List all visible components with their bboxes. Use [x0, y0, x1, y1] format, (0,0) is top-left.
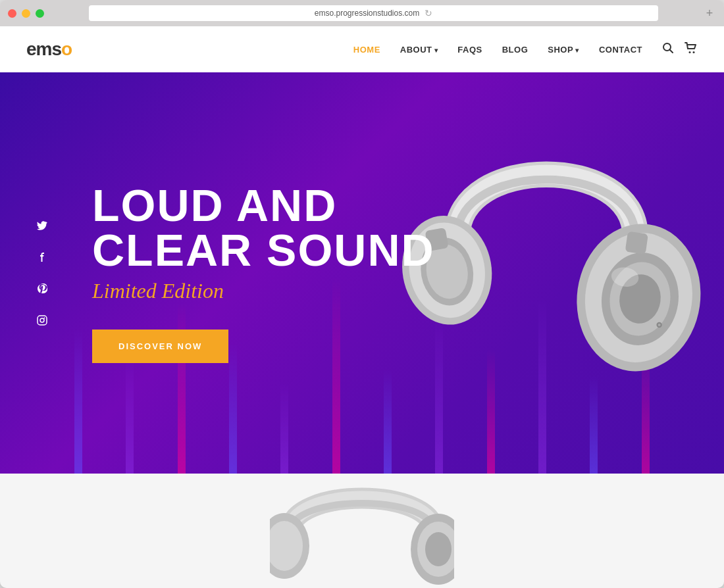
light-bar-1	[74, 329, 82, 474]
hero-section: LOUD AND CLEAR SOUND Limited Edition DIS…	[0, 72, 724, 474]
social-sidebar	[33, 216, 51, 330]
nav-link-shop[interactable]: SHOP	[548, 45, 579, 55]
light-bar-5	[280, 381, 288, 474]
logo[interactable]: emso	[26, 39, 72, 60]
nav-link-faqs[interactable]: FAQS	[457, 45, 482, 55]
svg-rect-4	[38, 316, 47, 325]
maximize-button[interactable]	[36, 9, 44, 18]
svg-point-5	[40, 318, 44, 322]
svg-point-2	[689, 51, 691, 53]
logo-special-char: o	[61, 39, 72, 59]
nav-item-faqs[interactable]: FAQS	[457, 43, 482, 55]
bottom-headphones-svg	[270, 474, 454, 588]
nav-item-shop[interactable]: SHOP	[548, 43, 579, 55]
nav-item-blog[interactable]: BLOG	[502, 43, 529, 55]
nav-item-home[interactable]: HOME	[353, 43, 380, 55]
twitter-icon[interactable]	[33, 216, 51, 235]
hero-content: LOUD AND CLEAR SOUND Limited Edition DIS…	[92, 183, 435, 363]
nav-icons	[662, 42, 698, 57]
svg-point-3	[693, 51, 695, 53]
bottom-section	[0, 474, 724, 588]
add-tab-button[interactable]: +	[703, 7, 716, 20]
cart-icon[interactable]	[685, 42, 698, 57]
refresh-icon[interactable]: ↻	[425, 8, 432, 18]
url-bar[interactable]: emso.progressionstudios.com ↻	[89, 5, 658, 21]
nav-menu: HOME ABOUT FAQS BLOG SHOP CONTACT	[353, 43, 642, 55]
close-button[interactable]	[8, 9, 16, 18]
nav-link-blog[interactable]: BLOG	[502, 45, 529, 55]
website-content: emso HOME ABOUT FAQS BLOG SHOP	[0, 26, 724, 588]
hero-title-line1: LOUD AND	[92, 183, 435, 228]
hero-title-line2: CLEAR SOUND	[92, 228, 435, 272]
facebook-icon[interactable]	[33, 248, 51, 266]
search-icon[interactable]	[662, 42, 674, 57]
nav-link-home[interactable]: HOME	[353, 45, 380, 55]
instagram-icon[interactable]	[33, 311, 51, 330]
svg-line-1	[670, 49, 673, 53]
discover-now-button[interactable]: DISCOVER NOW	[92, 330, 228, 363]
hero-subtitle: Limited Edition	[92, 279, 435, 303]
nav-link-about[interactable]: ABOUT	[400, 45, 438, 55]
nav-item-about[interactable]: ABOUT	[400, 43, 438, 55]
nav-item-contact[interactable]: CONTACT	[599, 43, 642, 55]
navbar: emso HOME ABOUT FAQS BLOG SHOP	[0, 26, 724, 72]
hero-title: LOUD AND CLEAR SOUND	[92, 183, 435, 272]
browser-titlebar: emso.progressionstudios.com ↻ +	[0, 0, 724, 26]
nav-link-contact[interactable]: CONTACT	[599, 45, 642, 55]
light-bar-2	[126, 355, 134, 474]
svg-point-6	[44, 318, 45, 319]
browser-window: emso.progressionstudios.com ↻ + emso HOM…	[0, 0, 724, 588]
pinterest-icon[interactable]	[33, 280, 51, 298]
svg-point-20	[658, 324, 661, 326]
minimize-button[interactable]	[22, 9, 30, 18]
svg-rect-17	[625, 232, 648, 255]
url-text: emso.progressionstudios.com	[315, 9, 419, 18]
svg-point-25	[425, 532, 452, 566]
